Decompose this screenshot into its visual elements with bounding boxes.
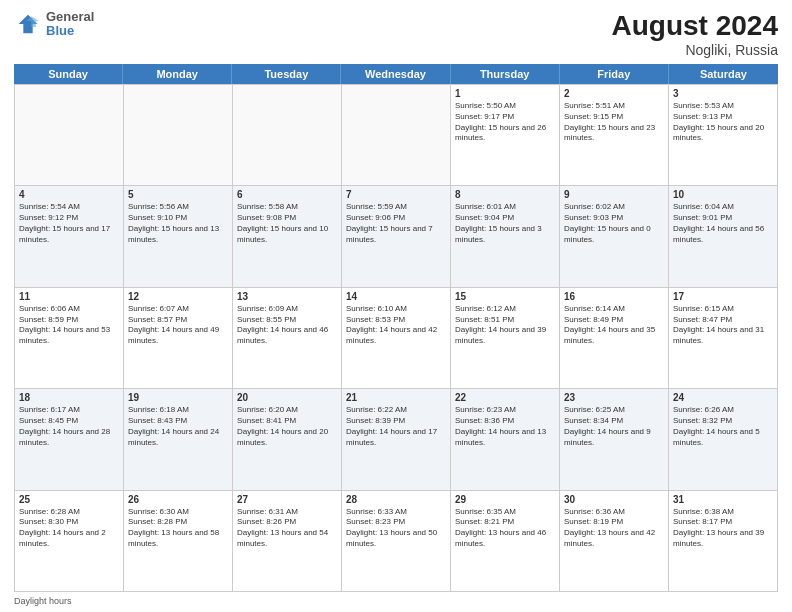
- day-number: 31: [673, 494, 773, 505]
- cal-header-tuesday: Tuesday: [232, 64, 341, 84]
- day-number: 21: [346, 392, 446, 403]
- day-info: Sunrise: 6:36 AM Sunset: 8:19 PM Dayligh…: [564, 507, 664, 550]
- calendar-cell: 3Sunrise: 5:53 AM Sunset: 9:13 PM Daylig…: [669, 85, 778, 186]
- calendar-cell: 25Sunrise: 6:28 AM Sunset: 8:30 PM Dayli…: [15, 491, 124, 592]
- day-number: 28: [346, 494, 446, 505]
- day-number: 24: [673, 392, 773, 403]
- day-info: Sunrise: 6:30 AM Sunset: 8:28 PM Dayligh…: [128, 507, 228, 550]
- calendar-cell: 17Sunrise: 6:15 AM Sunset: 8:47 PM Dayli…: [669, 288, 778, 389]
- calendar-cell: 30Sunrise: 6:36 AM Sunset: 8:19 PM Dayli…: [560, 491, 669, 592]
- day-number: 22: [455, 392, 555, 403]
- day-info: Sunrise: 6:10 AM Sunset: 8:53 PM Dayligh…: [346, 304, 446, 347]
- calendar-body: 1Sunrise: 5:50 AM Sunset: 9:17 PM Daylig…: [14, 84, 778, 592]
- day-info: Sunrise: 6:02 AM Sunset: 9:03 PM Dayligh…: [564, 202, 664, 245]
- calendar-row: 11Sunrise: 6:06 AM Sunset: 8:59 PM Dayli…: [15, 288, 778, 389]
- calendar-cell: [124, 85, 233, 186]
- calendar-cell: 5Sunrise: 5:56 AM Sunset: 9:10 PM Daylig…: [124, 186, 233, 287]
- calendar-subtitle: Nogliki, Russia: [612, 42, 779, 58]
- day-info: Sunrise: 6:07 AM Sunset: 8:57 PM Dayligh…: [128, 304, 228, 347]
- day-info: Sunrise: 6:35 AM Sunset: 8:21 PM Dayligh…: [455, 507, 555, 550]
- day-info: Sunrise: 5:59 AM Sunset: 9:06 PM Dayligh…: [346, 202, 446, 245]
- calendar-cell: 18Sunrise: 6:17 AM Sunset: 8:45 PM Dayli…: [15, 389, 124, 490]
- calendar-row: 18Sunrise: 6:17 AM Sunset: 8:45 PM Dayli…: [15, 389, 778, 490]
- calendar-title: August 2024: [612, 10, 779, 42]
- logo-general: General: [46, 10, 94, 24]
- day-number: 14: [346, 291, 446, 302]
- day-info: Sunrise: 6:23 AM Sunset: 8:36 PM Dayligh…: [455, 405, 555, 448]
- day-info: Sunrise: 6:20 AM Sunset: 8:41 PM Dayligh…: [237, 405, 337, 448]
- day-number: 4: [19, 189, 119, 200]
- day-number: 25: [19, 494, 119, 505]
- day-number: 29: [455, 494, 555, 505]
- day-info: Sunrise: 6:31 AM Sunset: 8:26 PM Dayligh…: [237, 507, 337, 550]
- day-number: 11: [19, 291, 119, 302]
- calendar-cell: 7Sunrise: 5:59 AM Sunset: 9:06 PM Daylig…: [342, 186, 451, 287]
- calendar: SundayMondayTuesdayWednesdayThursdayFrid…: [14, 64, 778, 592]
- calendar-cell: 26Sunrise: 6:30 AM Sunset: 8:28 PM Dayli…: [124, 491, 233, 592]
- footer-note: Daylight hours: [14, 596, 778, 606]
- day-info: Sunrise: 6:09 AM Sunset: 8:55 PM Dayligh…: [237, 304, 337, 347]
- day-number: 18: [19, 392, 119, 403]
- calendar-cell: 28Sunrise: 6:33 AM Sunset: 8:23 PM Dayli…: [342, 491, 451, 592]
- day-info: Sunrise: 6:04 AM Sunset: 9:01 PM Dayligh…: [673, 202, 773, 245]
- day-number: 8: [455, 189, 555, 200]
- calendar-cell: 29Sunrise: 6:35 AM Sunset: 8:21 PM Dayli…: [451, 491, 560, 592]
- day-number: 20: [237, 392, 337, 403]
- calendar-cell: [233, 85, 342, 186]
- day-info: Sunrise: 6:18 AM Sunset: 8:43 PM Dayligh…: [128, 405, 228, 448]
- day-info: Sunrise: 6:15 AM Sunset: 8:47 PM Dayligh…: [673, 304, 773, 347]
- day-info: Sunrise: 6:28 AM Sunset: 8:30 PM Dayligh…: [19, 507, 119, 550]
- calendar-cell: 6Sunrise: 5:58 AM Sunset: 9:08 PM Daylig…: [233, 186, 342, 287]
- cal-header-wednesday: Wednesday: [341, 64, 450, 84]
- logo-icon: [14, 10, 42, 38]
- day-info: Sunrise: 6:25 AM Sunset: 8:34 PM Dayligh…: [564, 405, 664, 448]
- day-number: 17: [673, 291, 773, 302]
- calendar-cell: 16Sunrise: 6:14 AM Sunset: 8:49 PM Dayli…: [560, 288, 669, 389]
- header: General Blue August 2024 Nogliki, Russia: [14, 10, 778, 58]
- calendar-cell: 24Sunrise: 6:26 AM Sunset: 8:32 PM Dayli…: [669, 389, 778, 490]
- calendar-cell: 15Sunrise: 6:12 AM Sunset: 8:51 PM Dayli…: [451, 288, 560, 389]
- day-number: 30: [564, 494, 664, 505]
- calendar-row: 25Sunrise: 6:28 AM Sunset: 8:30 PM Dayli…: [15, 491, 778, 592]
- calendar-cell: 12Sunrise: 6:07 AM Sunset: 8:57 PM Dayli…: [124, 288, 233, 389]
- day-number: 3: [673, 88, 773, 99]
- cal-header-saturday: Saturday: [669, 64, 778, 84]
- day-info: Sunrise: 5:58 AM Sunset: 9:08 PM Dayligh…: [237, 202, 337, 245]
- day-number: 10: [673, 189, 773, 200]
- title-block: August 2024 Nogliki, Russia: [612, 10, 779, 58]
- calendar-cell: 13Sunrise: 6:09 AM Sunset: 8:55 PM Dayli…: [233, 288, 342, 389]
- calendar-cell: 23Sunrise: 6:25 AM Sunset: 8:34 PM Dayli…: [560, 389, 669, 490]
- calendar-cell: [342, 85, 451, 186]
- calendar-cell: 20Sunrise: 6:20 AM Sunset: 8:41 PM Dayli…: [233, 389, 342, 490]
- day-info: Sunrise: 5:54 AM Sunset: 9:12 PM Dayligh…: [19, 202, 119, 245]
- calendar-cell: 31Sunrise: 6:38 AM Sunset: 8:17 PM Dayli…: [669, 491, 778, 592]
- day-info: Sunrise: 6:33 AM Sunset: 8:23 PM Dayligh…: [346, 507, 446, 550]
- day-info: Sunrise: 6:22 AM Sunset: 8:39 PM Dayligh…: [346, 405, 446, 448]
- day-number: 12: [128, 291, 228, 302]
- calendar-cell: 14Sunrise: 6:10 AM Sunset: 8:53 PM Dayli…: [342, 288, 451, 389]
- day-info: Sunrise: 6:38 AM Sunset: 8:17 PM Dayligh…: [673, 507, 773, 550]
- day-number: 15: [455, 291, 555, 302]
- day-number: 26: [128, 494, 228, 505]
- calendar-cell: 9Sunrise: 6:02 AM Sunset: 9:03 PM Daylig…: [560, 186, 669, 287]
- calendar-row: 4Sunrise: 5:54 AM Sunset: 9:12 PM Daylig…: [15, 186, 778, 287]
- calendar-cell: 2Sunrise: 5:51 AM Sunset: 9:15 PM Daylig…: [560, 85, 669, 186]
- day-info: Sunrise: 5:56 AM Sunset: 9:10 PM Dayligh…: [128, 202, 228, 245]
- day-number: 7: [346, 189, 446, 200]
- calendar-cell: [15, 85, 124, 186]
- calendar-cell: 11Sunrise: 6:06 AM Sunset: 8:59 PM Dayli…: [15, 288, 124, 389]
- day-number: 9: [564, 189, 664, 200]
- day-number: 19: [128, 392, 228, 403]
- logo: General Blue: [14, 10, 94, 39]
- cal-header-sunday: Sunday: [14, 64, 123, 84]
- cal-header-monday: Monday: [123, 64, 232, 84]
- day-number: 2: [564, 88, 664, 99]
- logo-text: General Blue: [46, 10, 94, 39]
- calendar-cell: 4Sunrise: 5:54 AM Sunset: 9:12 PM Daylig…: [15, 186, 124, 287]
- calendar-cell: 27Sunrise: 6:31 AM Sunset: 8:26 PM Dayli…: [233, 491, 342, 592]
- calendar-cell: 1Sunrise: 5:50 AM Sunset: 9:17 PM Daylig…: [451, 85, 560, 186]
- calendar-cell: 21Sunrise: 6:22 AM Sunset: 8:39 PM Dayli…: [342, 389, 451, 490]
- day-info: Sunrise: 6:01 AM Sunset: 9:04 PM Dayligh…: [455, 202, 555, 245]
- day-info: Sunrise: 5:50 AM Sunset: 9:17 PM Dayligh…: [455, 101, 555, 144]
- calendar-cell: 8Sunrise: 6:01 AM Sunset: 9:04 PM Daylig…: [451, 186, 560, 287]
